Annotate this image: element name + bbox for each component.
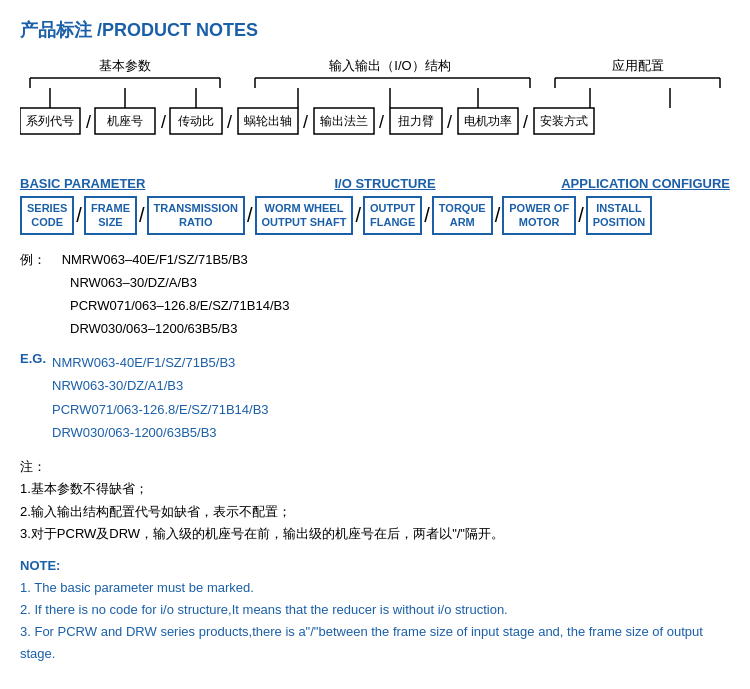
eg-en-label: E.G.: [20, 351, 46, 366]
worm-line1: WORM WHEEL: [265, 202, 344, 214]
slash-2: /: [137, 204, 147, 227]
install-line1: INSTALL: [596, 202, 642, 214]
frame-line1: FRAME: [91, 202, 130, 214]
eg-cn-item-1: NMRW063–40E/F1/SZ/71B5/B3: [62, 252, 248, 267]
svg-text:/: /: [303, 112, 308, 132]
slash-3: /: [245, 204, 255, 227]
flange-line2: FLANGE: [370, 216, 415, 228]
svg-text:基本参数: 基本参数: [99, 58, 151, 73]
label-app-configure: APPLICATION CONFIGURE: [520, 176, 730, 191]
torque-line2: ARM: [450, 216, 475, 228]
frame-line2: SIZE: [98, 216, 122, 228]
label-basic-parameter: BASIC PARAMETER: [20, 176, 250, 191]
label-io-structure: I/O STRUCTURE: [250, 176, 520, 191]
notes-cn-title: 注：: [20, 456, 730, 478]
notes-cn: 注： 1.基本参数不得缺省； 2.输入输出结构配置代号如缺省，表示不配置； 3.…: [20, 456, 730, 544]
notes-cn-item-2: 2.输入输出结构配置代号如缺省，表示不配置；: [20, 501, 730, 523]
slash-1: /: [74, 204, 84, 227]
svg-text:/: /: [227, 112, 232, 132]
slash-4: /: [353, 204, 363, 227]
eg-en-wrapper: E.G. NMRW063-40E/F1/SZ/71B5/B3 NRW063-30…: [20, 351, 730, 445]
svg-text:机座号: 机座号: [107, 114, 143, 128]
eg-cn-item-3: PCRW071/063–126.8/E/SZ/71B14/B3: [70, 294, 730, 317]
flange-line1: OUTPUT: [370, 202, 415, 214]
eg-en-items: NMRW063-40E/F1/SZ/71B5/B3 NRW063-30/DZ/A…: [52, 351, 269, 445]
page-title: 产品标注 /PRODUCT NOTES: [20, 18, 730, 42]
slash-7: /: [576, 204, 586, 227]
svg-text:输出法兰: 输出法兰: [320, 114, 368, 128]
svg-text:蜗轮出轴: 蜗轮出轴: [244, 114, 292, 128]
notes-en: NOTE: 1. The basic parameter must be mar…: [20, 555, 730, 665]
svg-text:电机功率: 电机功率: [464, 114, 512, 128]
svg-text:安装方式: 安装方式: [540, 114, 588, 128]
cn-tree-diagram: 基本参数 输入输出（I/O）结构 应用配置: [20, 56, 730, 166]
en-box-transmission-ratio: TRANSMISSION RATIO: [147, 196, 245, 235]
en-box-series-code: SERIES CODE: [20, 196, 74, 235]
svg-text:/: /: [523, 112, 528, 132]
en-box-install-position: INSTALL POSITION: [586, 196, 653, 235]
torque-line1: TORQUE: [439, 202, 486, 214]
en-box-power-motor: POWER OF MOTOR: [502, 196, 576, 235]
svg-text:系列代号: 系列代号: [26, 114, 74, 128]
notes-en-item-2: 2. If there is no code for i/o structure…: [20, 599, 730, 621]
svg-text:/: /: [86, 112, 91, 132]
svg-text:/: /: [447, 112, 452, 132]
title-en: /PRODUCT NOTES: [97, 20, 258, 40]
en-box-worm-wheel: WORM WHEEL OUTPUT SHAFT: [255, 196, 354, 235]
page-wrapper: 产品标注 /PRODUCT NOTES 基本参数 输入输出（I/O）结构 应用配…: [20, 18, 730, 665]
notes-en-item-3: 3. For PCRW and DRW series products,ther…: [20, 621, 730, 665]
series-line2: CODE: [31, 216, 63, 228]
trans-line1: TRANSMISSION: [154, 202, 238, 214]
eg-en-item-4: DRW030/063-1200/63B5/B3: [52, 421, 269, 444]
install-line2: POSITION: [593, 216, 646, 228]
en-box-output-flange: OUTPUT FLANGE: [363, 196, 422, 235]
notes-cn-item-3: 3.对于PCRW及DRW，输入级的机座号在前，输出级的机座号在后，两者以"/"隔…: [20, 523, 730, 545]
notes-cn-item-1: 1.基本参数不得缺省；: [20, 478, 730, 500]
svg-text:/: /: [161, 112, 166, 132]
diagram-container: 基本参数 输入输出（I/O）结构 应用配置: [20, 56, 730, 235]
power-line1: POWER OF: [509, 202, 569, 214]
en-boxes-row: SERIES CODE / FRAME SIZE / TRANSMISSION …: [20, 196, 730, 235]
worm-line2: OUTPUT SHAFT: [262, 216, 347, 228]
slash-5: /: [422, 204, 432, 227]
series-line1: SERIES: [27, 202, 67, 214]
eg-en-item-1: NMRW063-40E/F1/SZ/71B5/B3: [52, 351, 269, 374]
eg-cn-item-4: DRW030/063–1200/63B5/B3: [70, 317, 730, 340]
examples-cn: 例： NMRW063–40E/F1/SZ/71B5/B3 NRW063–30/D…: [20, 251, 730, 341]
title-cn: 产品标注: [20, 20, 92, 40]
eg-cn-label: 例： NMRW063–40E/F1/SZ/71B5/B3: [20, 251, 730, 269]
svg-text:应用配置: 应用配置: [612, 58, 664, 73]
trans-line2: RATIO: [179, 216, 212, 228]
svg-text:传动比: 传动比: [178, 114, 214, 128]
eg-cn-item-2: NRW063–30/DZ/A/B3: [70, 271, 730, 294]
svg-text:/: /: [379, 112, 384, 132]
power-line2: MOTOR: [519, 216, 560, 228]
notes-en-title: NOTE:: [20, 555, 730, 577]
eg-en-item-3: PCRW071/063-126.8/E/SZ/71B14/B3: [52, 398, 269, 421]
svg-text:扭力臂: 扭力臂: [398, 114, 434, 128]
examples-en: E.G. NMRW063-40E/F1/SZ/71B5/B3 NRW063-30…: [20, 351, 730, 445]
slash-6: /: [493, 204, 503, 227]
en-box-torque-arm: TORQUE ARM: [432, 196, 493, 235]
notes-en-item-1: 1. The basic parameter must be marked.: [20, 577, 730, 599]
eg-en-item-2: NRW063-30/DZ/A1/B3: [52, 374, 269, 397]
svg-text:输入输出（I/O）结构: 输入输出（I/O）结构: [329, 58, 450, 73]
en-section-labels: BASIC PARAMETER I/O STRUCTURE APPLICATIO…: [20, 176, 730, 191]
en-box-frame-size: FRAME SIZE: [84, 196, 137, 235]
